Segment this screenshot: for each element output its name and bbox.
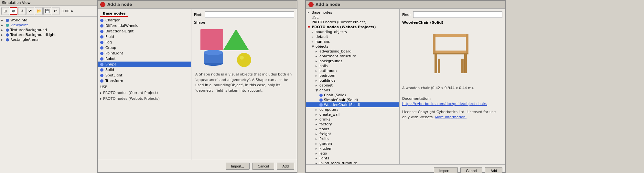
arrow-backgrounds: ▸ [316, 59, 319, 63]
node-item-shape[interactable]: Shape [98, 62, 191, 67]
tree-row-freight[interactable]: ▸ freight [306, 132, 399, 136]
tree-row-cabinet[interactable]: ▸ cabinet [306, 83, 399, 88]
tree-row-drinks[interactable]: ▸ drinks [306, 117, 399, 122]
node-item-pointlight[interactable]: PointLight [98, 51, 191, 56]
dot-shape [100, 63, 103, 66]
more-info-link[interactable]: More information. [435, 115, 467, 119]
tree-row-proto-current[interactable]: PROTO nodes (Current Project) [306, 20, 399, 25]
dialog-close-btn-right[interactable] [308, 2, 314, 7]
simulation-toolbar: ⊞ ⊕ ↺ 👁 📂 💾 ⟳ 0:00:4 [0, 6, 97, 17]
node-item-group[interactable]: Group [98, 45, 191, 51]
description-box-left: A Shape node is a visual objects that in… [194, 71, 294, 95]
doc-link[interactable]: https://cyberbotics.com/doc/guide/object… [402, 102, 487, 106]
dialog-close-btn-left[interactable] [100, 2, 105, 7]
dot-fog [100, 41, 103, 44]
node-item-transform[interactable]: Transform [98, 78, 191, 84]
toolbar-btn-reset[interactable]: ⟳ [52, 7, 59, 15]
dialog-title-bar-left: Add a node [98, 1, 297, 9]
tree-item-worldinfo[interactable]: ▸ WorldInfo [0, 18, 97, 23]
tree-label-viewpoint: Viewpoint [10, 23, 28, 27]
node-item-charger[interactable]: Charger [98, 17, 191, 23]
tree-row-objects[interactable]: ▼ objects [306, 44, 399, 49]
tree-row-use[interactable]: USE [306, 15, 399, 20]
arrow-apartment: ▸ [316, 54, 319, 58]
import-btn-right[interactable]: Import... [434, 167, 458, 173]
tree-item-rectanglearena[interactable]: ▸ RectangleArena [0, 37, 97, 42]
time-display: 0:00:4 [61, 9, 73, 13]
tree-row-backgrounds[interactable]: ▸ backgrounds [306, 59, 399, 63]
tree-row-bounding[interactable]: ▸ bounding_objects [306, 29, 399, 34]
tree-row-factory[interactable]: ▸ factory [306, 122, 399, 127]
node-item-robot[interactable]: Robot [98, 56, 191, 62]
arrow-floors: ▸ [316, 127, 319, 131]
doc-section: Documentation: https://cyberbotics.com/d… [402, 96, 502, 107]
tree-row-fruits[interactable]: ▸ fruits [306, 136, 399, 141]
tree-row-proto-webots[interactable]: ▼ PROTO nodes (Webots Projects) [306, 25, 399, 29]
node-item-directionallight[interactable]: DirectionalLight [98, 29, 191, 34]
tree-row-lego[interactable]: ▸ lego [306, 151, 399, 156]
tree-dot-texturedbg [6, 29, 9, 32]
svg-rect-9 [433, 34, 435, 53]
label-bounding: bounding_objects [316, 30, 347, 34]
dot-robot [100, 57, 103, 61]
tree-row-chair-solid[interactable]: Chair (Solid) [306, 93, 399, 98]
node-item-solid[interactable]: Solid [98, 67, 191, 73]
svg-rect-10 [466, 34, 468, 53]
tree-row-humans[interactable]: ▸ humans [306, 39, 399, 44]
simulation-tree: ▸ WorldInfo ▸ Viewpoint ▸ TexturedBackgr… [0, 17, 97, 173]
node-item-fog[interactable]: Fog [98, 40, 191, 45]
arrow-bounding: ▸ [312, 30, 316, 34]
arrow-humans: ▸ [312, 40, 316, 43]
svg-point-4 [204, 50, 223, 55]
toolbar-btn-add[interactable]: ⊕ [10, 7, 17, 15]
toolbar-btn-layout[interactable]: ⊞ [1, 7, 9, 15]
tree-row-bedroom[interactable]: ▸ bedroom [306, 73, 399, 78]
label-bedroom: bedroom [319, 74, 335, 78]
find-input-left[interactable] [205, 11, 294, 18]
tree-row-balls[interactable]: ▸ balls [306, 63, 399, 68]
label-kitchen: kitchen [319, 146, 333, 151]
add-btn-right[interactable]: Add [485, 167, 502, 173]
arrow-fruits: ▸ [316, 137, 319, 141]
svg-point-5 [237, 53, 251, 67]
cancel-btn-left[interactable]: Cancel [252, 163, 274, 170]
dialog-spacer [297, 0, 303, 173]
tree-item-texturedbg[interactable]: ▸ TexturedBackground [0, 28, 97, 32]
tree-row-garden[interactable]: ▸ garden [306, 141, 399, 146]
toolbar-btn-save[interactable]: 💾 [43, 7, 51, 15]
tree-item-texturedbglight[interactable]: ▸ TexturedBackgroundLight [0, 32, 97, 37]
tree-row-create-wall[interactable]: ▸ create_wall [306, 112, 399, 117]
tree-row-living[interactable]: ▸ living_room_furniture [306, 161, 399, 164]
tree-row-bathroom[interactable]: ▸ bathroom [306, 68, 399, 73]
arrow-bathroom: ▸ [316, 69, 319, 73]
import-btn-left[interactable]: Import... [226, 163, 250, 170]
dialog-buttons-right: Import... Cancel Add [306, 164, 505, 173]
tree-row-lights[interactable]: ▸ lights [306, 156, 399, 161]
tree-row-computers[interactable]: ▸ computers [306, 107, 399, 112]
tree-row-simplechair[interactable]: SimpleChair (Solid) [306, 98, 399, 102]
tree-row-buildings[interactable]: ▸ buildings [306, 78, 399, 83]
toolbar-btn-open[interactable]: 📂 [35, 7, 43, 15]
dialog-body-right: ▸ Base nodes USE PROTO nodes (Current Pr… [306, 9, 505, 164]
toolbar-btn-reload[interactable]: ↺ [18, 7, 26, 15]
tree-row-apartment[interactable]: ▸ apartment_structure [306, 54, 399, 59]
tree-row-floors[interactable]: ▸ floors [306, 127, 399, 132]
tree-row-woodenchair[interactable]: WoodenChair (Solid) [306, 102, 399, 107]
toolbar-btn-view[interactable]: 👁 [27, 7, 34, 15]
label-chair-solid: Chair (Solid) [324, 93, 346, 97]
tree-item-viewpoint[interactable]: ▸ Viewpoint [0, 23, 97, 28]
cancel-btn-right[interactable]: Cancel [460, 167, 482, 173]
find-input-right[interactable] [413, 11, 502, 18]
tree-row-default[interactable]: ▸ default [306, 34, 399, 39]
node-list-header-left: Base nodes [100, 11, 128, 17]
node-item-fluid[interactable]: Fluid [98, 34, 191, 40]
label-garden: garden [319, 142, 332, 146]
tree-row-base-nodes[interactable]: ▸ Base nodes [306, 10, 399, 15]
tree-row-kitchen[interactable]: ▸ kitchen [306, 146, 399, 151]
tree-row-advertising[interactable]: ▸ advertising_board [306, 49, 399, 54]
preview-panel-left: Find: Shape [191, 9, 297, 160]
add-btn-left[interactable]: Add [277, 163, 294, 170]
node-item-spotlight[interactable]: SpotLight [98, 73, 191, 78]
tree-row-chairs[interactable]: ▼ chairs [306, 88, 399, 93]
node-item-differentialwheels[interactable]: DifferentialWheels [98, 23, 191, 29]
